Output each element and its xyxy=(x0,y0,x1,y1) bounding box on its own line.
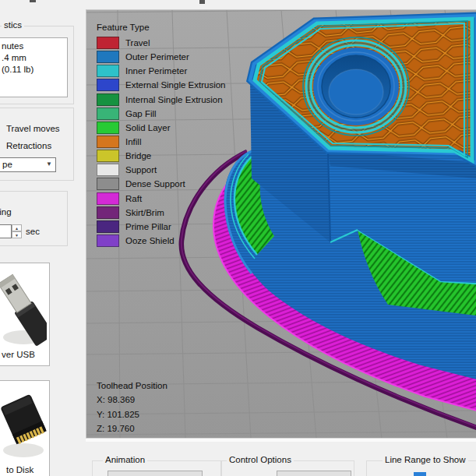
animation-group-title: Animation xyxy=(103,455,147,464)
control-options-button[interactable] xyxy=(277,471,351,476)
legend-item: Prime Pillar xyxy=(97,220,225,234)
animation-button[interactable] xyxy=(108,471,203,476)
legend-item: Gap Fill xyxy=(97,107,225,121)
legend-swatch xyxy=(97,122,119,134)
legend-item: Internal Single Extrusion xyxy=(97,93,225,107)
cropped-text-fragment xyxy=(30,0,36,2)
usb-button-caption: ver USB xyxy=(2,350,35,359)
legend-swatch xyxy=(97,220,119,233)
stat-line: nutes xyxy=(2,41,23,51)
legend-label: Bridge xyxy=(125,151,151,160)
usb-connector-image xyxy=(0,266,47,348)
legend-swatch xyxy=(97,51,119,63)
timing-value-field[interactable] xyxy=(0,224,12,238)
legend-label: Inner Perimeter xyxy=(125,66,187,76)
legend-label: Internal Single Extrusion xyxy=(125,95,223,104)
legend-item: Ooze Shield xyxy=(97,234,225,248)
coloring-dropdown[interactable]: pe ▼ xyxy=(0,157,56,172)
sd-card-image xyxy=(0,383,47,463)
stat-line: .4 mm xyxy=(2,53,26,62)
toolhead-x: X: 98.369 xyxy=(97,393,167,407)
legend-swatch xyxy=(97,79,119,91)
legend-label: Travel xyxy=(125,38,150,48)
legend-label: Gap Fill xyxy=(125,109,157,118)
travel-moves-checkbox-label[interactable]: Travel moves xyxy=(6,124,60,133)
legend-item: Solid Layer xyxy=(97,121,225,135)
stat-line: (0.11 lb) xyxy=(2,65,33,74)
control-options-group-title: Control Options xyxy=(227,455,294,464)
legend-label: Outer Perimeter xyxy=(125,52,189,62)
chevron-down-icon: ▼ xyxy=(46,160,52,167)
legend-swatch xyxy=(97,234,119,247)
legend-label: Prime Pillar xyxy=(125,222,171,231)
legend-label: Ooze Shield xyxy=(125,236,175,245)
legend-swatch xyxy=(97,150,119,162)
legend-swatch xyxy=(97,108,119,120)
stepper-down-icon[interactable]: ▼ xyxy=(12,231,22,238)
line-range-slider-handle[interactable] xyxy=(414,472,426,476)
legend-item: Travel xyxy=(97,36,225,50)
stepper-up-icon[interactable]: ▲ xyxy=(12,224,22,231)
toolhead-z: Z: 19.760 xyxy=(97,421,167,435)
legend-swatch xyxy=(97,93,119,106)
legend-label: Skirt/Brim xyxy=(125,208,164,217)
legend-item: External Single Extrusion xyxy=(97,78,225,92)
legend-swatch xyxy=(97,178,119,190)
line-range-group-title: Line Range to Show xyxy=(383,455,468,464)
timing-stepper[interactable]: ▲ ▼ xyxy=(12,224,22,238)
legend-item: Raft xyxy=(97,192,225,206)
retractions-checkbox-label[interactable]: Retractions xyxy=(6,141,51,150)
preview-window: stics nutes .4 mm (0.11 lb) Travel moves… xyxy=(0,0,476,476)
statistics-group-title: stics xyxy=(2,20,24,30)
legend-swatch xyxy=(97,206,119,219)
viewport-bottom-strip xyxy=(86,438,476,442)
legend-swatch xyxy=(97,136,119,148)
toolhead-y: Y: 101.825 xyxy=(97,407,167,421)
legend-swatch xyxy=(97,192,119,205)
toolhead-position: Toolhead Position X: 98.369 Y: 101.825 Z… xyxy=(97,379,167,435)
legend-label: Dense Support xyxy=(125,179,185,189)
legend-label: Infill xyxy=(125,137,141,146)
model-hole xyxy=(303,37,409,136)
legend-swatch xyxy=(97,65,119,77)
legend-label: External Single Extrusion xyxy=(125,80,225,90)
legend-item: Outer Perimeter xyxy=(97,50,225,64)
coloring-dropdown-value: pe xyxy=(2,160,12,169)
legend-item: Inner Perimeter xyxy=(97,64,225,78)
cropped-text-fragment xyxy=(199,0,205,4)
legend-label: Support xyxy=(125,165,157,175)
legend-swatch xyxy=(97,37,119,49)
legend-label: Raft xyxy=(125,194,142,203)
disk-button-caption: to Disk xyxy=(6,465,33,474)
timing-unit-label: sec xyxy=(26,227,40,236)
legend-item: Bridge xyxy=(97,149,225,163)
legend-item: Infill xyxy=(97,135,225,149)
statistics-box: nutes .4 mm (0.11 lb) xyxy=(0,37,68,97)
legend-label: Solid Layer xyxy=(125,123,171,132)
legend-item: Support xyxy=(97,163,225,177)
feature-type-legend: Feature Type Travel Outer Perimeter Inne… xyxy=(97,23,225,248)
legend-item: Dense Support xyxy=(97,177,225,191)
timing-label: ting xyxy=(0,207,12,217)
legend-title: Feature Type xyxy=(97,23,225,32)
legend-swatch xyxy=(97,164,119,176)
legend-item: Skirt/Brim xyxy=(97,206,225,220)
toolhead-position-title: Toolhead Position xyxy=(97,379,167,393)
